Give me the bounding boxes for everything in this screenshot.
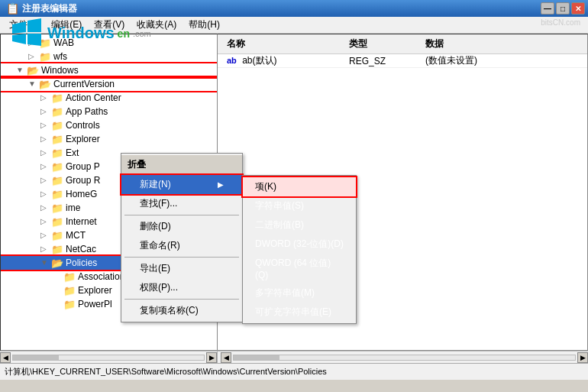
context-menu-item-find[interactable]: 查找(F)... <box>121 194 242 213</box>
ctx-label-new: 新建(N) <box>140 178 171 191</box>
tree-label-app-paths: App Paths <box>66 106 108 117</box>
expand-icon: ▷ <box>40 231 50 240</box>
data-header: 名称 类型 数据 <box>218 34 587 54</box>
minimize-button[interactable]: — <box>541 2 554 15</box>
ctx-label-copy: 复制项名称(C) <box>140 304 199 317</box>
tree-item-currentversion[interactable]: ▼ 📂 CurrentVersion <box>1 77 217 91</box>
submenu-item-multistring[interactable]: 多字符串值(M) <box>243 283 356 303</box>
tree-label-internet: Internet <box>66 216 97 227</box>
tree-label-mct: MCT <box>66 230 86 241</box>
expand-icon: ▷ <box>28 52 37 61</box>
maximize-button[interactable]: □ <box>556 2 570 15</box>
folder-icon: 📁 <box>63 299 76 310</box>
folder-icon: 📁 <box>51 189 63 200</box>
ctx-separator-1 <box>124 215 239 215</box>
data-scroll-left-btn[interactable]: ◀ <box>221 352 231 363</box>
folder-icon: 📁 <box>51 134 63 145</box>
context-menu-item-new[interactable]: 新建(N) ▶ 项(K) 字符串值(S) 二进制值(B) DWORD (32-位… <box>121 175 242 194</box>
tree-label-netcac: NetCac <box>66 244 96 254</box>
scroll-track[interactable] <box>12 355 205 361</box>
ctx-arrow-icon: ▶ <box>218 180 224 189</box>
ctx-label-find: 查找(F)... <box>140 197 177 210</box>
tree-item-explorer[interactable]: ▷ 📁 Explorer <box>1 132 217 146</box>
submenu-item-expandstring[interactable]: 可扩充字符串值(E) <box>243 303 356 322</box>
submenu-item-string[interactable]: 字符串值(S) <box>243 196 356 215</box>
status-bar: 计算机\HKEY_CURRENT_USER\Software\Microsoft… <box>0 363 588 380</box>
expand-icon: ▷ <box>40 217 50 226</box>
tree-item-wfs[interactable]: ▷ 📁 wfs <box>1 50 217 63</box>
folder-icon: 📁 <box>63 271 76 283</box>
cell-name: ab ab(默认) <box>221 54 343 67</box>
scroll-right-btn[interactable]: ▶ <box>206 352 217 363</box>
col-type-header: 类型 <box>343 36 419 52</box>
tree-item-action-center[interactable]: ▷ 📁 Action Center <box>1 91 217 105</box>
tree-label-explorer-sub: Explorer <box>78 285 112 296</box>
folder-icon: 📂 <box>39 79 51 90</box>
expand-icon: ▷ <box>40 107 50 116</box>
submenu-item-dword[interactable]: DWORD (32-位值)(D) <box>243 235 356 254</box>
menu-file[interactable]: 文件(F) <box>3 17 45 33</box>
menu-help[interactable]: 帮助(H) <box>183 17 226 33</box>
ctx-label-export: 导出(E) <box>140 262 170 275</box>
tree-item-windows[interactable]: ▼ 📂 Windows <box>1 63 217 77</box>
cell-type: REG_SZ <box>343 56 419 66</box>
expand-icon: ▷ <box>40 176 50 185</box>
expand-icon: ▼ <box>40 258 50 267</box>
ab-icon: ab <box>227 56 237 65</box>
expand-icon: ▷ <box>40 93 50 102</box>
folder-icon: 📁 <box>51 244 63 255</box>
folder-icon: 📁 <box>39 37 51 49</box>
data-scroll-thumb <box>234 355 279 360</box>
expand-icon <box>53 286 62 295</box>
status-text: 计算机\HKEY_CURRENT_USER\Software\Microsoft… <box>5 366 327 377</box>
menu-bar: 文件(F) 编辑(E) 查看(V) 收藏夹(A) 帮助(H) <box>0 17 588 34</box>
cell-name-value: ab(默认) <box>242 55 276 66</box>
menu-favorites[interactable]: 收藏夹(A) <box>131 17 183 33</box>
submenu-item-qword[interactable]: QWORD (64 位值)(Q) <box>243 254 356 283</box>
context-menu-item-rename[interactable]: 重命名(R) <box>121 236 242 255</box>
context-menu: 折叠 新建(N) ▶ 项(K) 字符串值(S) 二进制值(B) DWORD (3… <box>121 153 243 322</box>
folder-icon: 📁 <box>51 147 63 159</box>
col-data-header: 数据 <box>419 36 584 52</box>
expand-icon: ▷ <box>40 148 50 157</box>
ctx-separator-2 <box>124 257 239 258</box>
menu-edit[interactable]: 编辑(E) <box>45 17 88 33</box>
tree-hscroll[interactable]: ◀ ▶ <box>0 352 218 363</box>
scroll-left-btn[interactable]: ◀ <box>0 352 11 363</box>
context-menu-item-delete[interactable]: 删除(D) <box>121 217 242 236</box>
menu-view[interactable]: 查看(V) <box>88 17 131 33</box>
tree-item-app-paths[interactable]: ▷ 📁 App Paths <box>1 105 217 118</box>
tree-item-controls[interactable]: ▷ 📁 Controls <box>1 118 217 132</box>
ctx-label-rename: 重命名(R) <box>140 239 180 252</box>
data-row[interactable]: ab ab(默认) REG_SZ (数值未设置) <box>218 54 587 68</box>
expand-icon <box>53 272 62 281</box>
data-scroll-right-btn[interactable]: ▶ <box>577 352 588 363</box>
close-button[interactable]: ✕ <box>571 2 585 15</box>
tree-label-wab: WAB <box>53 37 74 48</box>
ctx-label-permissions: 权限(P)... <box>140 281 178 294</box>
submenu-item-key[interactable]: 项(K) <box>243 177 356 196</box>
folder-icon: 📁 <box>51 216 63 228</box>
folder-icon: 📁 <box>51 175 63 186</box>
context-menu-title: 折叠 <box>121 155 242 175</box>
context-menu-item-export[interactable]: 导出(E) <box>121 259 242 278</box>
expand-icon: ▷ <box>40 203 50 212</box>
expand-icon: ▷ <box>40 134 50 144</box>
submenu-item-binary[interactable]: 二进制值(B) <box>243 215 356 235</box>
expand-icon <box>53 300 62 309</box>
tree-label-policies: Policies <box>66 258 97 268</box>
data-hscroll[interactable]: ◀ ▶ <box>218 352 588 363</box>
tree-label-windows: Windows <box>41 65 79 76</box>
context-menu-item-copy[interactable]: 复制项名称(C) <box>121 301 242 320</box>
tree-label-ime: ime <box>66 202 80 213</box>
submenu: 项(K) 字符串值(S) 二进制值(B) DWORD (32-位值)(D) QW… <box>242 175 357 324</box>
tree-label-powerpl: PowerPl <box>78 299 112 309</box>
title-bar-left: 📋 注册表编辑器 <box>6 2 77 15</box>
folder-icon: 📁 <box>51 202 63 214</box>
expand-icon: ▼ <box>28 79 37 89</box>
tree-label-currentversion: CurrentVersion <box>53 79 115 89</box>
tree-item-wab[interactable]: ▷ 📁 WAB <box>1 36 217 50</box>
data-scroll-track[interactable] <box>233 355 576 361</box>
context-menu-item-permissions[interactable]: 权限(P)... <box>121 278 242 297</box>
folder-icon: 📁 <box>51 120 63 131</box>
